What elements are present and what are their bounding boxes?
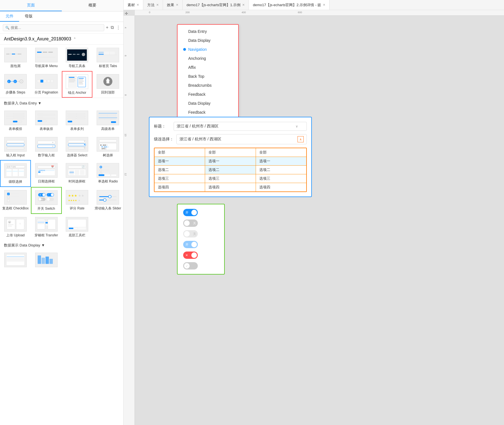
cascader-cell-header-1[interactable]: 全部 <box>205 148 256 157</box>
switch-on[interactable]: 开 <box>183 209 198 216</box>
data-display-section-title[interactable]: 数据展示 Data Display ▼ <box>0 240 123 250</box>
cascader-cell-header-2[interactable]: 全部 <box>256 148 306 157</box>
tab-method-close[interactable]: ✕ <box>156 3 159 7</box>
component-time-picker[interactable]: 🕐 时间选择框 <box>62 160 93 187</box>
nav-item-data-entry[interactable]: Data Entry <box>178 27 238 36</box>
component-anchor[interactable]: 锚点 Anchor <box>62 71 93 98</box>
component-number-input[interactable]: ▲ ▼ 数字输入框 <box>31 134 62 160</box>
tab-components[interactable]: 元件 <box>0 12 19 22</box>
tab-effect[interactable]: 效果 ✕ <box>163 0 183 10</box>
component-rate[interactable]: ★★★ ★★ ★★★★ ★ 评分 Rate <box>62 187 93 214</box>
component-tree-select[interactable]: ▶ 选项一 ▶ 选项二 选项三 树选择 <box>92 134 123 160</box>
tab-masters[interactable]: 母版 <box>19 12 38 22</box>
component-switch[interactable]: 开 关 ✓ 开关 Switch <box>31 187 62 214</box>
component-breadcrumb[interactable]: > > 面包屑 <box>0 45 31 71</box>
data-entry-section-title[interactable]: 数据录入 Data Entry ▼ <box>0 98 123 108</box>
cascader-cell-2-0[interactable]: 选项三 <box>155 174 205 183</box>
component-checkbox[interactable]: ✓ 复选框 CheckBox <box>0 187 31 214</box>
component-nav-menu[interactable]: 导航菜单 Menu <box>31 45 62 71</box>
steps-label: 步骤条 Steps <box>6 90 25 95</box>
more-button[interactable]: ⋮ <box>116 25 121 30</box>
svg-rect-56 <box>38 114 55 115</box>
cascader-cell-0-0[interactable]: 选项一 <box>155 157 205 166</box>
component-form-h[interactable]: 表单横排 <box>0 108 31 134</box>
component-back-top[interactable]: 回到顶部 <box>92 71 123 98</box>
nav-item-data-display-2[interactable]: Data Display <box>178 99 238 108</box>
cascader-cell-1-0[interactable]: 选项二 <box>155 166 205 174</box>
switch-danger[interactable]: ✕ <box>183 252 198 259</box>
tab-demo17-1[interactable]: demo17【js-echarts官网】1.示例 ✕ <box>183 0 249 10</box>
component-upload[interactable]: U ↑ 上传 Upload <box>0 214 31 240</box>
nav-item-data-display-1[interactable]: Data Display <box>178 36 238 45</box>
cascader-level-select[interactable]: 浙江省 / 杭州市 / 西湖区 ∧ <box>176 134 307 144</box>
component-cascader[interactable]: 选项/子选项 级联选择 <box>0 160 31 187</box>
switch-off[interactable]: 关 <box>183 220 198 227</box>
cascader-up-icon[interactable]: ∧ <box>298 136 304 142</box>
svg-rect-12 <box>77 54 80 55</box>
switch-off-check[interactable]: ✓ <box>183 262 198 269</box>
nav-item-navigation[interactable]: Navigation <box>178 45 238 54</box>
component-input[interactable]: 输入框 Input <box>0 134 31 160</box>
cascader-title-select[interactable]: 浙江省 / 杭州市 / 西湖区 ∨ <box>174 122 307 131</box>
svg-rect-183 <box>46 257 49 264</box>
cascader-cell-0-2[interactable]: 选项一 <box>256 157 306 166</box>
tab-demo17-2[interactable]: demo17【js-echarts官网】2.示例详情 - 嵌 ✕ <box>249 0 330 10</box>
component-date-picker[interactable]: 📅 2018年9月 日期选择框 <box>31 160 62 187</box>
search-input[interactable] <box>11 26 102 30</box>
tab-material-close[interactable]: ✕ <box>137 3 139 7</box>
component-radio[interactable]: 单选框 Radio <box>92 160 123 187</box>
component-transfer[interactable]: → ← 穿梭框 Transfer <box>31 214 62 240</box>
tab-method[interactable]: 方法 ✕ <box>143 0 163 10</box>
cascader-cell-header-0[interactable]: 全部 <box>155 148 205 157</box>
copy-button[interactable]: ⧉ <box>111 25 114 30</box>
nav-dot-empty-3 <box>183 57 186 60</box>
cascader-cell-3-0[interactable]: 选项四 <box>155 183 205 192</box>
search-input-wrap[interactable]: 🔍 <box>3 24 104 31</box>
component-slider[interactable]: 滑动输入条 Slider <box>92 187 123 214</box>
component-bottom-toolbar[interactable]: 底部工具栏 <box>62 214 93 240</box>
nav-item-feedback-2[interactable]: Feedback <box>178 108 238 117</box>
component-pagination[interactable]: 分页 Pagination <box>31 71 62 98</box>
nav-dot-empty-6 <box>183 84 186 87</box>
component-tabs[interactable]: 标签页 Tabs <box>92 45 123 71</box>
lib-title[interactable]: AntDesign3.9.x_Axure_20180903 ⌃ <box>0 34 123 45</box>
component-dd-2[interactable] <box>31 250 62 271</box>
second-tabs: 元件 母版 <box>0 12 123 22</box>
cascader-cell-2-2[interactable]: 选项三 <box>256 174 306 183</box>
switch-disabled-on-text: 开 <box>185 243 189 247</box>
svg-rect-54 <box>18 121 22 122</box>
cascader-cell-0-1[interactable]: 选项一 <box>205 157 256 166</box>
component-advanced-form[interactable]: 高级表单 <box>92 108 123 134</box>
component-select[interactable]: ▼ ▼ ▼ 选择器 Select <box>62 134 93 160</box>
tab-method-label: 方法 <box>147 3 155 8</box>
tab-material[interactable]: 素材 ✕ <box>124 0 143 10</box>
cascader-cell-1-2[interactable]: 选项二 <box>256 166 306 174</box>
component-form-multi[interactable]: 表单多列 <box>62 108 93 134</box>
nav-item-feedback[interactable]: Feedback <box>178 90 238 99</box>
svg-rect-69 <box>99 114 107 115</box>
tab-demo17-1-close[interactable]: ✕ <box>242 3 245 7</box>
tab-overview[interactable]: 概要 <box>62 0 124 11</box>
svg-point-142 <box>51 193 54 196</box>
cascader-cell-1-1[interactable]: 选项二 <box>205 166 256 174</box>
component-dd-1[interactable] <box>0 250 31 271</box>
nav-item-affix[interactable]: Affix <box>178 63 238 72</box>
tab-pages[interactable]: 页面 <box>0 0 62 11</box>
component-form-v[interactable]: 表单纵排 <box>31 108 62 134</box>
tab-effect-close[interactable]: ✕ <box>176 3 178 7</box>
cascader-cell-3-1[interactable]: 选项四 <box>205 183 256 192</box>
component-nav-toolbar[interactable]: 导航工具条 <box>62 45 93 71</box>
select-thumb: ▼ ▼ ▼ <box>66 137 88 152</box>
svg-rect-99 <box>12 169 18 176</box>
svg-rect-131 <box>7 196 10 198</box>
tab-demo17-2-close[interactable]: ✕ <box>323 3 325 7</box>
add-button[interactable]: + <box>106 25 108 30</box>
cascader-cell-2-1[interactable]: 选项三 <box>205 174 256 183</box>
nav-item-back-top[interactable]: Back Top <box>178 72 238 81</box>
component-steps[interactable]: 1 2 3 步骤条 Steps <box>0 71 31 98</box>
canvas-area[interactable]: 0 200 400 600 4 6 8 10 12 ✛ Data Entry <box>124 10 504 425</box>
nav-item-anchoring[interactable]: Anchoring <box>178 54 238 63</box>
nav-item-breadcrumbs[interactable]: Breadcrumbs <box>178 81 238 90</box>
cascader-cell-3-2[interactable]: 选项四 <box>256 183 306 192</box>
svg-rect-17 <box>110 52 115 54</box>
